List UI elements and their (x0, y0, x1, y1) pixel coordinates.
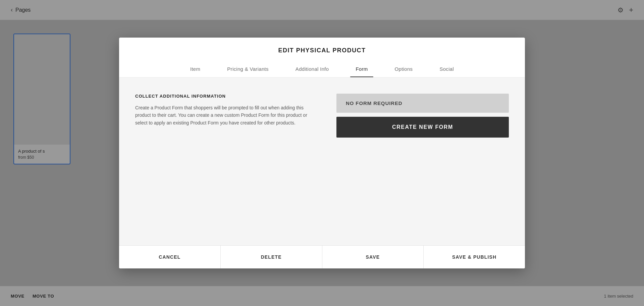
tab-options[interactable]: Options (381, 62, 426, 77)
tab-form[interactable]: Form (342, 62, 381, 77)
create-form-label: CREATE NEW FORM (392, 124, 453, 130)
save-button[interactable]: SAVE (322, 246, 424, 268)
create-new-form-button[interactable]: CREATE NEW FORM (336, 117, 509, 138)
section-title: COLLECT ADDITIONAL INFORMATION (135, 94, 310, 99)
tab-social[interactable]: Social (426, 62, 467, 77)
modal-header: EDIT PHYSICAL PRODUCT Item Pricing & Var… (119, 38, 525, 78)
delete-button[interactable]: DELETE (220, 246, 322, 268)
tab-additional[interactable]: Additional Info (282, 62, 342, 77)
modal-right-section: NO FORM REQUIRED CREATE NEW FORM (336, 94, 509, 235)
section-description: Create a Product Form that shoppers will… (135, 104, 310, 126)
save-publish-button[interactable]: SAVE & PUBLISH (423, 246, 525, 268)
modal-left-section: COLLECT ADDITIONAL INFORMATION Create a … (135, 94, 310, 235)
tab-pricing[interactable]: Pricing & Variants (214, 62, 282, 77)
no-form-option[interactable]: NO FORM REQUIRED (336, 94, 509, 113)
modal-footer: CANCEL DELETE SAVE SAVE & PUBLISH (119, 245, 525, 268)
cancel-button[interactable]: CANCEL (119, 246, 220, 268)
modal-title: EDIT PHYSICAL PRODUCT (132, 47, 512, 54)
modal-tabs: Item Pricing & Variants Additional Info … (132, 62, 512, 77)
tab-item[interactable]: Item (177, 62, 214, 77)
edit-product-modal: EDIT PHYSICAL PRODUCT Item Pricing & Var… (119, 38, 525, 268)
modal-overlay: EDIT PHYSICAL PRODUCT Item Pricing & Var… (0, 0, 644, 306)
modal-body: COLLECT ADDITIONAL INFORMATION Create a … (119, 78, 525, 245)
no-form-label: NO FORM REQUIRED (346, 100, 402, 106)
